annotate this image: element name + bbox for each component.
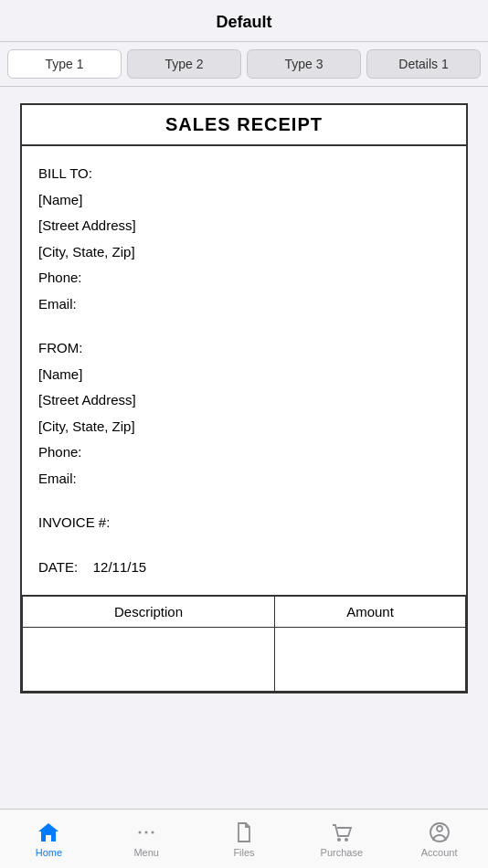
app-header: Default bbox=[0, 0, 488, 42]
tab-files[interactable]: Files bbox=[196, 815, 293, 863]
date-value: 12/11/15 bbox=[93, 559, 146, 575]
table-row bbox=[23, 628, 466, 692]
bill-name: [Name] bbox=[38, 187, 450, 214]
from-email: Email: bbox=[38, 466, 450, 492]
tab-details1[interactable]: Details 1 bbox=[366, 49, 481, 79]
svg-point-0 bbox=[139, 831, 142, 833]
tab-type3[interactable]: Type 3 bbox=[247, 49, 361, 79]
purchase-icon bbox=[330, 820, 354, 844]
tab-account-label: Account bbox=[421, 847, 458, 858]
tab-home-label: Home bbox=[36, 847, 62, 858]
date-line: DATE: 12/11/15 bbox=[38, 555, 450, 581]
page-title: Default bbox=[216, 13, 271, 31]
bill-email: Email: bbox=[38, 291, 450, 318]
invoice-label: INVOICE #: bbox=[38, 510, 450, 536]
account-icon bbox=[428, 820, 451, 844]
top-tab-bar: Type 1 Type 2 Type 3 Details 1 bbox=[0, 42, 488, 87]
bill-street: [Street Address] bbox=[38, 213, 450, 239]
files-icon bbox=[232, 820, 256, 844]
bill-city: [City, State, Zip] bbox=[38, 239, 450, 266]
sales-receipt: SALES RECEIPT BILL TO: [Name] [Street Ad… bbox=[20, 103, 468, 693]
receipt-table: Description Amount bbox=[22, 595, 466, 692]
tab-type1[interactable]: Type 1 bbox=[7, 49, 122, 79]
tab-menu-label: Menu bbox=[133, 847, 159, 858]
from-city: [City, State, Zip] bbox=[38, 414, 450, 440]
home-icon bbox=[37, 820, 60, 844]
tab-files-label: Files bbox=[233, 847, 254, 858]
tab-account[interactable]: Account bbox=[390, 815, 488, 863]
receipt-body: BILL TO: [Name] [Street Address] [City, … bbox=[22, 146, 466, 595]
from-phone: Phone: bbox=[38, 439, 450, 466]
bill-to-label: BILL TO: bbox=[38, 161, 450, 187]
tab-purchase[interactable]: Purchase bbox=[292, 815, 390, 863]
tab-home[interactable]: Home bbox=[0, 815, 98, 863]
bill-to-section: BILL TO: [Name] [Street Address] [City, … bbox=[38, 161, 450, 317]
svg-point-1 bbox=[145, 831, 148, 833]
menu-icon bbox=[134, 820, 158, 844]
from-section: FROM: [Name] [Street Address] [City, Sta… bbox=[38, 335, 450, 492]
date-label: DATE: bbox=[38, 559, 78, 575]
tab-menu[interactable]: Menu bbox=[98, 815, 196, 863]
col-description: Description bbox=[23, 596, 275, 628]
svg-point-4 bbox=[345, 838, 348, 842]
tab-purchase-label: Purchase bbox=[321, 847, 363, 858]
from-street: [Street Address] bbox=[38, 387, 450, 414]
receipt-title-row: SALES RECEIPT bbox=[22, 105, 466, 146]
receipt-title: SALES RECEIPT bbox=[165, 114, 323, 134]
main-content: SALES RECEIPT BILL TO: [Name] [Street Ad… bbox=[0, 87, 488, 804]
from-name: [Name] bbox=[38, 362, 450, 388]
bill-phone: Phone: bbox=[38, 265, 450, 291]
col-amount: Amount bbox=[275, 596, 466, 628]
date-section: DATE: 12/11/15 bbox=[38, 555, 450, 581]
tab-type2[interactable]: Type 2 bbox=[127, 49, 241, 79]
bottom-tab-bar: Home Menu Files bbox=[0, 809, 488, 868]
cell-description bbox=[23, 628, 275, 692]
svg-point-3 bbox=[337, 838, 341, 842]
svg-point-6 bbox=[437, 826, 442, 831]
invoice-section: INVOICE #: bbox=[38, 510, 450, 536]
from-label: FROM: bbox=[38, 335, 450, 362]
svg-point-2 bbox=[152, 831, 154, 833]
cell-amount bbox=[275, 628, 466, 692]
